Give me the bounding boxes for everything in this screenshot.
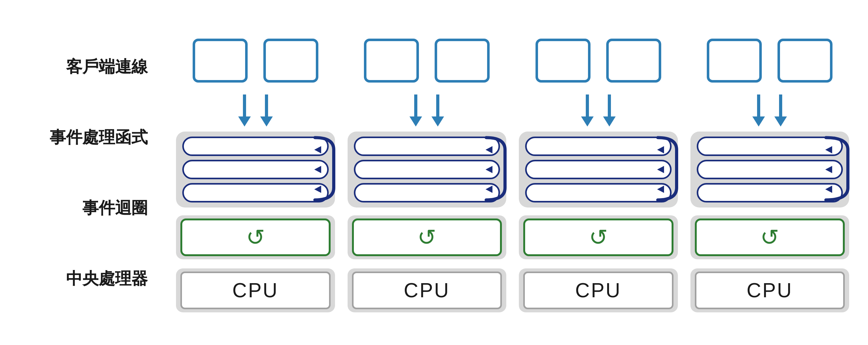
handler-2-3	[354, 183, 500, 203]
eventloop-outer-2: ↺	[348, 215, 506, 259]
eventloop-inner-3: ↺	[523, 218, 674, 256]
handlers-outer-3	[519, 132, 678, 207]
arrow-group-4	[684, 95, 856, 127]
arrow-head	[603, 116, 616, 127]
handlers-outer-4	[690, 132, 849, 207]
label-clients: 客戶端連線	[66, 57, 148, 76]
arrow-head	[260, 116, 273, 127]
monitor-2-1	[364, 39, 419, 82]
arrow-head	[238, 116, 251, 127]
loop-icon-4: ↺	[760, 226, 779, 249]
arrow-shaft	[414, 95, 417, 116]
arrow-shaft	[779, 95, 782, 116]
cpu-inner-2: CPU	[352, 272, 502, 309]
label-eventloop: 事件迴圈	[82, 198, 148, 217]
arrow-group-2	[341, 95, 513, 127]
eventloop-outer-4: ↺	[690, 215, 849, 259]
monitor-1-2	[264, 39, 318, 82]
handlers-outer-2	[348, 132, 506, 207]
arrow-head	[409, 116, 422, 127]
cpu-label-3: CPU	[575, 279, 621, 302]
arrow-shaft	[243, 95, 246, 116]
row-arrows	[170, 93, 856, 128]
monitor-4-2	[777, 39, 833, 82]
cpu-outer-3: CPU	[519, 268, 678, 312]
row-clients	[170, 31, 856, 90]
cpu-label-4: CPU	[747, 279, 793, 302]
label-handlers: 事件處理函式	[50, 128, 148, 147]
labels-column: 客戶端連線 事件處理函式 事件迴圈 中央處理器	[6, 31, 157, 314]
arrow-down-4-2	[777, 95, 784, 127]
loop-icon-3: ↺	[589, 226, 608, 249]
arrow-head	[581, 116, 594, 127]
row-cpu: CPU CPU CPU CPU	[170, 267, 856, 314]
handler-3-1	[525, 137, 672, 156]
handler-2-2	[354, 160, 500, 179]
arrow-shaft	[436, 95, 439, 116]
arrow-down-2-1	[413, 95, 419, 127]
handler-4-3	[697, 183, 843, 203]
eventloop-inner-4: ↺	[695, 218, 845, 256]
handler-3-3	[525, 183, 672, 203]
eventloop-inner-2: ↺	[352, 218, 502, 256]
handler-1-1	[182, 137, 329, 156]
cpu-label-2: CPU	[404, 279, 450, 302]
handler-3-2	[525, 160, 672, 179]
cpu-inner-3: CPU	[523, 272, 674, 309]
handlers-outer-1	[176, 132, 335, 207]
client-group-3	[513, 39, 684, 82]
monitor-3-2	[606, 39, 661, 82]
arrow-shaft	[265, 95, 268, 116]
eventloop-outer-3: ↺	[519, 215, 678, 259]
arrow-shaft	[608, 95, 611, 116]
cpu-outer-2: CPU	[348, 268, 506, 312]
cpu-inner-4: CPU	[695, 272, 845, 309]
arrow-head	[774, 116, 787, 127]
arrow-down-3-1	[584, 95, 590, 127]
row-eventloop: ↺ ↺ ↺ ↺	[170, 214, 856, 261]
diagram-area: ↺ ↺ ↺ ↺	[157, 22, 868, 323]
cpu-inner-1: CPU	[180, 272, 331, 309]
cpu-outer-4: CPU	[690, 268, 849, 312]
client-group-4	[684, 39, 856, 82]
arrow-down-1-1	[241, 95, 248, 127]
cpu-label-1: CPU	[232, 279, 278, 302]
handler-2-1	[354, 137, 500, 156]
arrow-down-3-2	[606, 95, 613, 127]
row-handlers	[170, 131, 856, 207]
arrow-down-4-1	[755, 95, 762, 127]
client-group-2	[341, 39, 513, 82]
arrow-group-3	[513, 95, 684, 127]
handler-4-2	[697, 160, 843, 179]
diagram-container: 客戶端連線 事件處理函式 事件迴圈 中央處理器	[0, 0, 868, 345]
cpu-outer-1: CPU	[176, 268, 335, 312]
handler-1-3	[182, 183, 329, 203]
eventloop-inner-1: ↺	[180, 218, 331, 256]
arrow-group-1	[170, 95, 341, 127]
monitor-2-2	[435, 39, 490, 82]
handler-1-2	[182, 160, 329, 179]
arrow-down-2-2	[435, 95, 441, 127]
loop-icon-2: ↺	[417, 226, 436, 249]
arrow-shaft	[757, 95, 760, 116]
monitor-1-1	[193, 39, 248, 82]
label-cpu: 中央處理器	[66, 269, 148, 288]
monitor-3-1	[535, 39, 590, 82]
client-group-1	[170, 39, 341, 82]
arrow-down-1-2	[264, 95, 270, 127]
monitor-4-1	[707, 39, 762, 82]
loop-icon-1: ↺	[246, 226, 265, 249]
eventloop-outer-1: ↺	[176, 215, 335, 259]
arrow-shaft	[586, 95, 589, 116]
handler-4-1	[697, 137, 843, 156]
arrow-head	[752, 116, 765, 127]
arrow-head	[432, 116, 444, 127]
